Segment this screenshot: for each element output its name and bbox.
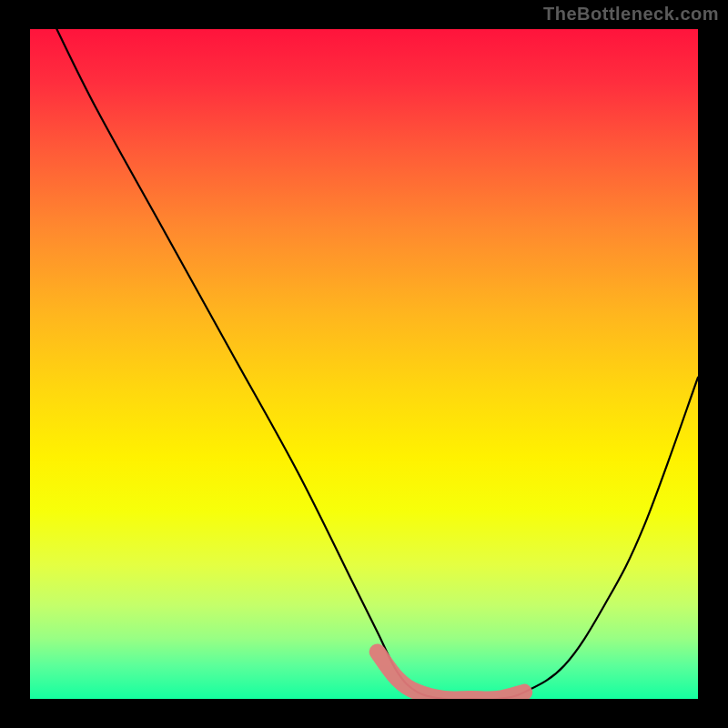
plot-area <box>30 29 698 699</box>
watermark-text: TheBottleneck.com <box>543 4 719 25</box>
chart-frame: TheBottleneck.com <box>0 0 728 728</box>
no-bottleneck-highlight <box>378 652 524 699</box>
bottleneck-curve <box>56 29 698 699</box>
plot-svg <box>30 29 698 699</box>
